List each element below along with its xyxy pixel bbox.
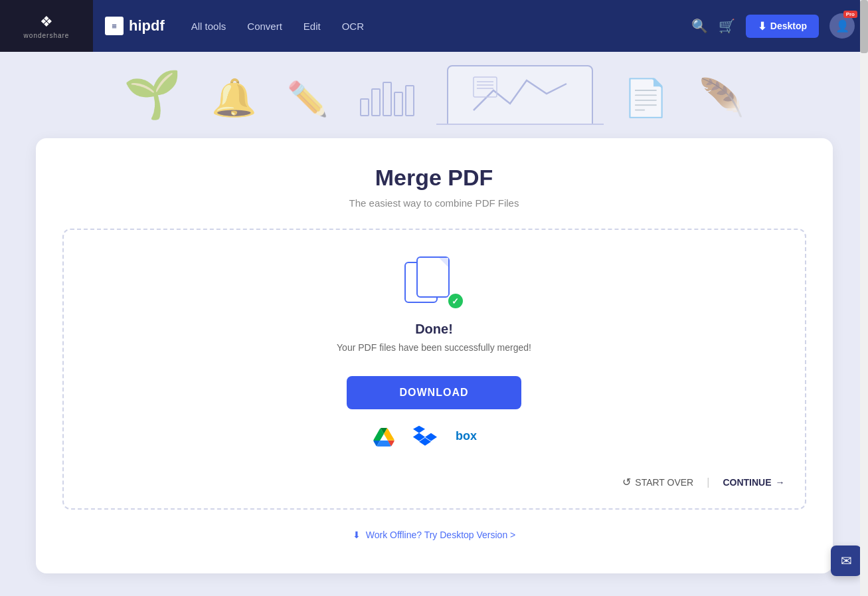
search-button[interactable]: 🔍	[691, 18, 708, 34]
deco-quill: 🪶	[699, 76, 744, 125]
scrollbar[interactable]	[860, 0, 868, 596]
nav-convert[interactable]: Convert	[247, 21, 282, 32]
continue-arrow: →	[776, 477, 785, 488]
svg-rect-4	[406, 86, 414, 116]
nav-all-tools[interactable]: All tools	[191, 21, 226, 32]
scrollbar-thumb[interactable]	[860, 0, 868, 53]
svg-rect-2	[383, 82, 391, 116]
svg-rect-3	[394, 92, 402, 116]
svg-rect-5	[474, 77, 497, 97]
divider: |	[707, 476, 709, 488]
nav-links: All tools Convert Edit OCR	[191, 21, 691, 32]
start-over-label: START OVER	[635, 477, 693, 488]
hero-banner: 🌱 🔔 ✏️	[0, 52, 868, 125]
svg-rect-0	[361, 99, 369, 116]
doc-front	[416, 256, 450, 298]
deco-lamp: 🔔	[211, 76, 257, 125]
desktop-btn-label: Desktop	[770, 21, 807, 31]
cloud-storage-icons: box	[373, 425, 495, 449]
pro-badge: Pro	[843, 11, 857, 18]
box-icon[interactable]: box	[456, 427, 495, 448]
download-button[interactable]: DOWNLOAD	[347, 376, 522, 409]
check-icon: ✓	[452, 297, 459, 306]
start-over-button[interactable]: ↺ START OVER	[622, 476, 693, 488]
avatar[interactable]: 👤 Pro	[829, 13, 855, 39]
done-message: Your PDF files have been successfully me…	[337, 342, 531, 353]
svg-rect-1	[372, 89, 380, 116]
page-title: Merge PDF	[62, 165, 806, 191]
desktop-icon: ⬇	[758, 20, 766, 33]
google-drive-icon[interactable]	[373, 428, 394, 447]
page-subtitle: The easiest way to combine PDF Files	[62, 197, 806, 209]
success-icon: ✓	[404, 256, 464, 310]
nav-edit[interactable]: Edit	[304, 21, 321, 32]
chat-button[interactable]: ✉	[831, 546, 861, 576]
check-badge: ✓	[447, 292, 464, 310]
navbar: ❖ wondershare ≡ hipdf All tools Convert …	[0, 0, 868, 52]
deco-plant: 🌱	[124, 67, 181, 125]
offline-label: Work Offline? Try Desktop Version >	[366, 530, 516, 540]
hipdf-icon-letter: ≡	[112, 21, 117, 31]
navbar-actions: 🔍 🛒 ⬇ Desktop 👤 Pro	[691, 13, 855, 39]
svg-text:box: box	[456, 429, 477, 443]
drop-area: ✓ Done! Your PDF files have been success…	[62, 229, 806, 510]
desktop-button[interactable]: ⬇ Desktop	[746, 15, 819, 38]
deco-laptop	[447, 65, 593, 125]
nav-ocr[interactable]: OCR	[342, 21, 364, 32]
hero-inner: 🌱 🔔 ✏️	[69, 52, 800, 125]
deco-doc: 📄	[623, 76, 669, 125]
action-row: ↺ START OVER | CONTINUE →	[84, 469, 785, 488]
deco-chart	[357, 72, 417, 122]
wondershare-text: wondershare	[24, 32, 70, 39]
brand-logo: ❖ wondershare	[0, 0, 93, 52]
main-content: Merge PDF The easiest way to combine PDF…	[0, 125, 868, 596]
hipdf-logo: ≡ hipdf	[105, 17, 165, 35]
cart-button[interactable]: 🛒	[719, 18, 735, 34]
continue-label: CONTINUE	[723, 477, 771, 488]
dropbox-icon[interactable]	[413, 425, 437, 449]
done-title: Done!	[415, 322, 453, 337]
start-over-icon: ↺	[622, 476, 631, 488]
deco-pencil: ✏️	[287, 80, 328, 125]
main-card: Merge PDF The easiest way to combine PDF…	[36, 138, 833, 573]
wondershare-icon: ❖	[40, 13, 53, 31]
doc-front-fold	[439, 258, 448, 267]
continue-button[interactable]: CONTINUE →	[723, 477, 784, 488]
hipdf-logo-text: hipdf	[129, 17, 165, 35]
offline-bar[interactable]: ⬇ Work Offline? Try Desktop Version >	[62, 530, 806, 540]
offline-icon: ⬇	[353, 530, 361, 540]
hipdf-icon-box: ≡	[105, 17, 124, 35]
